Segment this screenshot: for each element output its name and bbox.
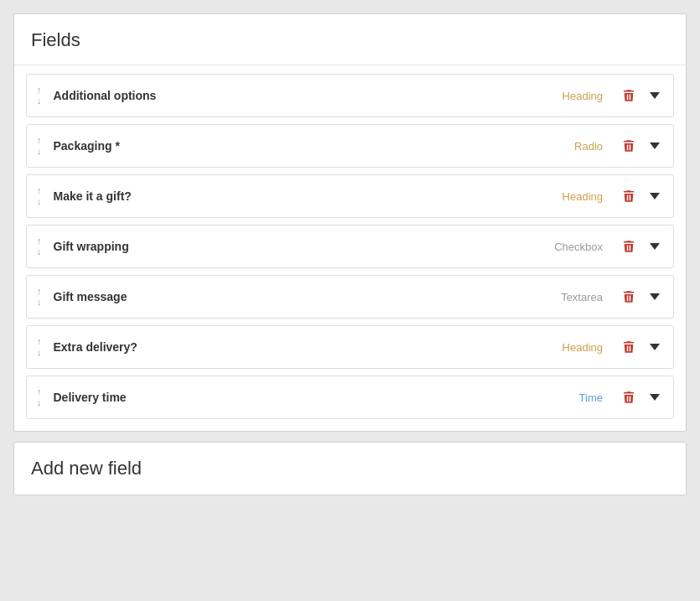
delete-field-button[interactable] bbox=[616, 335, 641, 359]
field-name: Extra delivery? bbox=[54, 340, 545, 354]
sort-up-icon: ↑ bbox=[37, 337, 42, 346]
field-row: ↑ ↓ Make it a gift? Heading bbox=[26, 174, 674, 218]
field-row: ↑ ↓ Gift wrapping Checkbox bbox=[26, 225, 674, 268]
delete-field-button[interactable] bbox=[616, 84, 641, 107]
sort-down-icon: ↓ bbox=[37, 247, 42, 256]
field-dropdown-button[interactable] bbox=[646, 290, 663, 303]
field-dropdown-button[interactable] bbox=[646, 391, 663, 404]
fields-list: ↑ ↓ Additional options Heading ↑ ↓ Packa… bbox=[14, 65, 686, 431]
fields-panel: Fields ↑ ↓ Additional options Heading ↑ … bbox=[13, 13, 687, 432]
field-dropdown-button[interactable] bbox=[646, 189, 663, 203]
sort-up-icon: ↑ bbox=[37, 287, 42, 296]
drag-handle[interactable]: ↑ ↓ bbox=[37, 337, 42, 357]
field-name: Gift wrapping bbox=[54, 240, 545, 253]
drag-handle[interactable]: ↑ ↓ bbox=[37, 85, 42, 106]
field-type-label: Time bbox=[544, 391, 603, 404]
field-type-label: Checkbox bbox=[544, 241, 603, 253]
fields-panel-title: Fields bbox=[14, 14, 686, 65]
field-name: Packaging * bbox=[54, 139, 545, 153]
add-field-panel-title: Add new field bbox=[14, 443, 686, 495]
field-row: ↑ ↓ Additional options Heading bbox=[26, 74, 674, 117]
field-row: ↑ ↓ Extra delivery? Heading bbox=[26, 325, 674, 369]
sort-down-icon: ↓ bbox=[37, 197, 42, 206]
field-type-label: Heading bbox=[544, 90, 603, 102]
delete-field-button[interactable] bbox=[616, 134, 641, 158]
sort-down-icon: ↓ bbox=[37, 398, 42, 407]
delete-field-button[interactable] bbox=[616, 285, 641, 308]
field-row: ↑ ↓ Delivery time Time bbox=[26, 376, 674, 419]
field-dropdown-button[interactable] bbox=[646, 340, 663, 354]
field-dropdown-button[interactable] bbox=[646, 139, 663, 153]
delete-field-button[interactable] bbox=[616, 235, 641, 258]
field-row: ↑ ↓ Gift message Textarea bbox=[26, 275, 674, 319]
field-name: Additional options bbox=[54, 89, 545, 102]
sort-down-icon: ↓ bbox=[37, 298, 42, 307]
sort-up-icon: ↑ bbox=[37, 85, 42, 95]
field-row: ↑ ↓ Packaging * Radio bbox=[26, 124, 674, 168]
field-type-label: Heading bbox=[544, 190, 603, 203]
sort-down-icon: ↓ bbox=[37, 147, 42, 156]
sort-down-icon: ↓ bbox=[37, 348, 42, 357]
sort-up-icon: ↑ bbox=[37, 236, 42, 246]
field-name: Delivery time bbox=[54, 391, 545, 404]
sort-up-icon: ↑ bbox=[37, 387, 42, 396]
drag-handle[interactable]: ↑ ↓ bbox=[37, 136, 42, 156]
drag-handle[interactable]: ↑ ↓ bbox=[37, 236, 42, 256]
drag-handle[interactable]: ↑ ↓ bbox=[37, 387, 42, 407]
delete-field-button[interactable] bbox=[616, 184, 641, 208]
field-name: Make it a gift? bbox=[54, 189, 545, 203]
field-type-label: Textarea bbox=[544, 291, 603, 303]
field-type-label: Heading bbox=[544, 341, 603, 354]
field-dropdown-button[interactable] bbox=[646, 89, 663, 102]
field-dropdown-button[interactable] bbox=[646, 240, 663, 253]
field-name: Gift message bbox=[54, 290, 545, 303]
sort-up-icon: ↑ bbox=[37, 136, 42, 145]
field-type-label: Radio bbox=[544, 140, 603, 153]
sort-down-icon: ↓ bbox=[37, 96, 42, 106]
add-field-panel: Add new field bbox=[13, 442, 687, 495]
delete-field-button[interactable] bbox=[616, 386, 641, 409]
sort-up-icon: ↑ bbox=[37, 186, 42, 195]
drag-handle[interactable]: ↑ ↓ bbox=[37, 287, 42, 307]
drag-handle[interactable]: ↑ ↓ bbox=[37, 186, 42, 206]
